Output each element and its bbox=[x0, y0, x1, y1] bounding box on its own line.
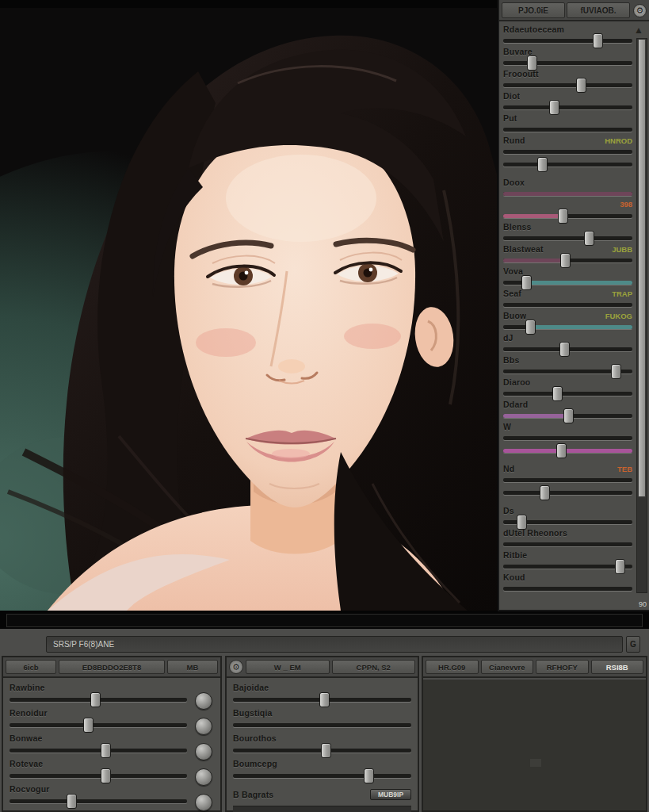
slider-track bbox=[503, 449, 632, 453]
slider-label-line: Bourothos bbox=[233, 733, 411, 743]
knob-button[interactable] bbox=[195, 743, 212, 760]
slider-label: Rund bbox=[503, 136, 525, 145]
slider-row: Boumcepg bbox=[233, 759, 411, 784]
slider-row: 398 bbox=[503, 200, 632, 222]
slider-label: Seaf bbox=[503, 289, 521, 298]
panel-tab-1[interactable]: fUVlAOB. bbox=[567, 2, 630, 18]
slider-thumb[interactable] bbox=[90, 692, 101, 707]
slider-row: dJ bbox=[503, 333, 632, 355]
slider-thumb[interactable] bbox=[67, 794, 77, 809]
settings-icon[interactable]: ⚙ bbox=[229, 660, 243, 674]
gear-icon[interactable]: ⚙ bbox=[633, 4, 647, 17]
slider-label-line: Ritbie bbox=[503, 550, 632, 560]
slider[interactable] bbox=[10, 770, 187, 781]
slider[interactable] bbox=[233, 694, 411, 705]
slider[interactable] bbox=[503, 366, 632, 377]
slider[interactable] bbox=[503, 487, 632, 498]
panel-tab-0[interactable]: PJO.0iE bbox=[502, 2, 565, 18]
slider-track bbox=[503, 478, 632, 482]
slider-track bbox=[503, 325, 632, 329]
slider[interactable] bbox=[503, 432, 632, 443]
panel-scrollbar[interactable] bbox=[636, 38, 647, 593]
slider[interactable] bbox=[503, 388, 632, 399]
slider-label: Ddard bbox=[503, 400, 528, 409]
portrait-image bbox=[0, 8, 497, 611]
left-tab-1[interactable]: ED8BDDO2E8T8 bbox=[59, 660, 165, 674]
slider[interactable] bbox=[503, 516, 632, 527]
footer-label: B Bagrats bbox=[233, 790, 273, 799]
middle-header-button-b[interactable]: CPPN, S2 bbox=[332, 660, 416, 674]
footer-button[interactable]: MUB9IP bbox=[370, 789, 411, 800]
slider[interactable] bbox=[503, 146, 632, 157]
slider-label-line: Rawbine bbox=[10, 683, 214, 692]
right-button-2[interactable]: RFHOFY bbox=[536, 660, 589, 674]
slider[interactable] bbox=[503, 188, 632, 199]
slider[interactable] bbox=[503, 561, 632, 572]
slider[interactable] bbox=[503, 321, 632, 332]
slider-thumb[interactable] bbox=[537, 157, 548, 172]
slider-label-line: Diot bbox=[503, 91, 632, 101]
slider-label-line: Rdaeutoeceam bbox=[503, 25, 632, 34]
image-canvas[interactable] bbox=[0, 8, 497, 611]
right-button-3[interactable]: RSI8B bbox=[591, 660, 644, 674]
slider-fill bbox=[530, 325, 632, 329]
slider[interactable] bbox=[233, 770, 411, 781]
warning-triangle-icon: ▲ bbox=[632, 25, 645, 36]
slider-thumb[interactable] bbox=[83, 718, 94, 733]
slider[interactable] bbox=[503, 232, 632, 243]
slider-row: Diaroo bbox=[503, 377, 632, 400]
slider-row: Ddard bbox=[503, 400, 632, 422]
slider-row bbox=[503, 487, 632, 506]
slider-thumb[interactable] bbox=[321, 743, 331, 758]
section-left: 6icbED8BDDO2E8T8MB RawbineRenoidurBonwae… bbox=[2, 656, 222, 812]
slider[interactable] bbox=[503, 445, 632, 456]
scrollbar-thumb[interactable] bbox=[638, 39, 646, 497]
slider-thumb[interactable] bbox=[319, 692, 330, 707]
right-button-1[interactable]: Cianevvre bbox=[481, 660, 534, 674]
slider[interactable] bbox=[503, 410, 632, 421]
middle-header-button-a[interactable]: W _ EM bbox=[246, 660, 330, 674]
slider-thumb[interactable] bbox=[540, 485, 550, 500]
slider[interactable] bbox=[10, 694, 187, 705]
slider[interactable] bbox=[503, 299, 632, 310]
slider[interactable] bbox=[503, 57, 632, 68]
knob-button[interactable] bbox=[195, 794, 212, 811]
slider[interactable] bbox=[503, 538, 632, 550]
slider[interactable] bbox=[10, 719, 187, 730]
slider[interactable] bbox=[503, 343, 632, 354]
right-button-0[interactable]: HR.G09 bbox=[426, 660, 479, 674]
left-tab-bar: 6icbED8BDDO2E8T8MB bbox=[3, 657, 220, 678]
slider-value: HNROD bbox=[605, 136, 632, 145]
slider-thumb[interactable] bbox=[556, 443, 567, 458]
slider[interactable] bbox=[503, 124, 632, 135]
preset-save-button[interactable]: G bbox=[626, 636, 640, 653]
slider[interactable] bbox=[503, 35, 632, 46]
slider[interactable] bbox=[503, 277, 632, 288]
slider[interactable] bbox=[503, 210, 632, 221]
slider-label-line: Froooutt bbox=[503, 69, 632, 79]
knob-button[interactable] bbox=[195, 768, 212, 786]
knob-button[interactable] bbox=[195, 718, 212, 735]
left-tab-2[interactable]: MB bbox=[167, 660, 218, 674]
slider-row: RundHNROD bbox=[503, 136, 632, 158]
slider-thumb[interactable] bbox=[364, 768, 374, 783]
slider[interactable] bbox=[503, 102, 632, 113]
slider[interactable] bbox=[233, 745, 411, 756]
slider[interactable] bbox=[503, 159, 632, 170]
preset-name-field[interactable]: SRS/P F6(8)ANE bbox=[46, 636, 623, 653]
slider[interactable] bbox=[233, 719, 411, 730]
slider-thumb[interactable] bbox=[101, 743, 111, 758]
slider[interactable] bbox=[10, 745, 187, 756]
slider-track bbox=[503, 39, 632, 43]
slider-thumb[interactable] bbox=[101, 768, 111, 783]
slider-track bbox=[503, 303, 632, 307]
slider-value: FUKOG bbox=[605, 312, 632, 320]
scroll-value-label: 90 bbox=[639, 600, 647, 608]
knob-button[interactable] bbox=[195, 692, 212, 710]
slider[interactable] bbox=[503, 79, 632, 90]
slider[interactable] bbox=[503, 583, 632, 594]
slider[interactable] bbox=[503, 474, 632, 485]
slider[interactable] bbox=[10, 795, 187, 806]
left-tab-0[interactable]: 6icb bbox=[6, 660, 56, 674]
slider[interactable] bbox=[503, 255, 632, 266]
